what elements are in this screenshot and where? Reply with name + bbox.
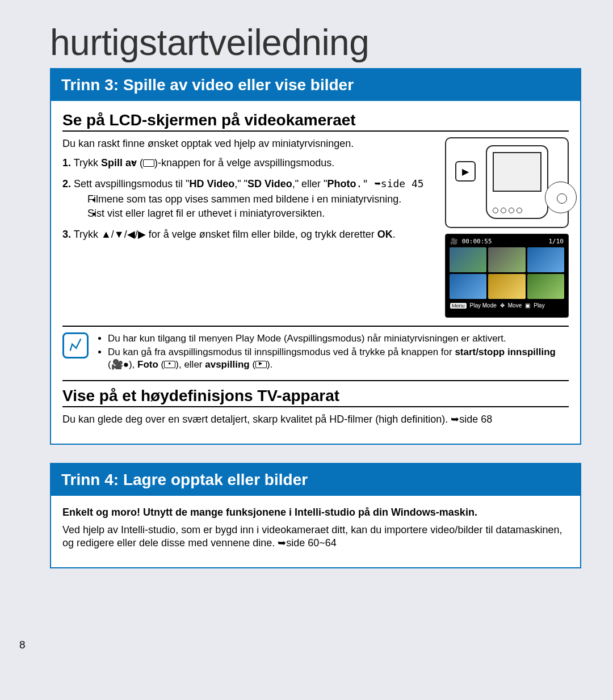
text: ( bbox=[158, 359, 164, 370]
text: ," " bbox=[234, 178, 247, 189]
camera-illustration: ▶ bbox=[445, 137, 569, 228]
thumbnail bbox=[488, 274, 525, 299]
text: Trykk ▲/▼/◀/▶ for å velge ønsket film el… bbox=[74, 229, 377, 240]
note-block: Du har kun tilgang til menyen Play Mode … bbox=[62, 332, 569, 372]
label: Play Mode bbox=[470, 302, 497, 309]
menu-tag: Menu bbox=[450, 303, 467, 309]
divider bbox=[62, 380, 569, 381]
step-3-subheading-lcd: Se på LCD-skjermen på videokameraet bbox=[62, 111, 569, 132]
note-item: Du kan gå fra avspillingsmodus til innsp… bbox=[108, 346, 569, 371]
text: ( bbox=[137, 157, 143, 168]
thumbnail bbox=[488, 247, 525, 272]
step-3-ordered-list: 1. Trykk Spill av ()-knappen for å velge… bbox=[62, 156, 435, 241]
thumb-index: 1/10 bbox=[549, 238, 564, 245]
camera-icon bbox=[164, 361, 175, 368]
step-3-header: Trinn 3: Spille av video eller vise bild… bbox=[51, 69, 580, 101]
step-3-subheading-tv: Vise på et høydefinisjons TV-apparat bbox=[62, 387, 569, 407]
text: ), eller bbox=[175, 359, 205, 370]
bullet: Sist vist eller lagret fil er uthevet i … bbox=[102, 207, 435, 220]
text-bold: Photo bbox=[327, 178, 356, 189]
text: Du kan gå fra avspillingsmodus til innsp… bbox=[108, 347, 455, 357]
step-4-card: Trinn 4: Lagre opptak eller bilder Enkel… bbox=[50, 463, 581, 568]
thumb-timestamp: 🎥 00:00:55 bbox=[450, 238, 492, 245]
text-bold: avspilling bbox=[205, 359, 249, 370]
bullet: Filmene som tas opp vises sammen med bil… bbox=[102, 193, 435, 206]
step-3-item-3: 3. Trykk ▲/▼/◀/▶ for å velge ønsket film… bbox=[62, 227, 435, 241]
page-number: 8 bbox=[19, 639, 26, 651]
text: ), bbox=[129, 359, 137, 370]
playback-icon bbox=[255, 361, 267, 368]
step-3-item-1: 1. Trykk Spill av ()-knappen for å velge… bbox=[62, 156, 435, 170]
label: Play bbox=[534, 302, 544, 309]
thumbnail bbox=[527, 247, 564, 272]
thumbnail bbox=[450, 274, 486, 299]
step-3-card: Trinn 3: Spille av video eller vise bild… bbox=[50, 68, 581, 445]
thumbnail bbox=[450, 247, 486, 272]
tv-text: Du kan glede deg over en svært detaljert… bbox=[62, 413, 569, 426]
divider bbox=[62, 326, 569, 327]
text-bold: HD Video bbox=[190, 178, 235, 189]
text-bold: OK bbox=[377, 229, 393, 240]
text: )-knappen for å velge avspillingsmodus. bbox=[154, 157, 334, 168]
text: Trykk bbox=[74, 157, 101, 168]
text: ( bbox=[108, 359, 111, 370]
note-icon bbox=[62, 332, 89, 359]
text: Sett avspillingsmodus til " bbox=[74, 178, 189, 189]
text: ," eller " bbox=[292, 178, 328, 189]
step-4-body: Ved hjelp av Intelli-studio, som er bygd… bbox=[62, 524, 569, 550]
step-3-intro: Du kan raskt finne ønsket opptak ved hje… bbox=[62, 137, 435, 150]
text-bold: Foto bbox=[137, 359, 158, 370]
label: Move bbox=[508, 302, 522, 309]
page-ref: ." ➥side 45 bbox=[356, 178, 423, 189]
page-title: hurtigstartveiledning bbox=[50, 22, 581, 64]
thumbnail bbox=[527, 274, 564, 299]
step-4-bold: Enkelt og moro! Utnytt de mange funksjon… bbox=[62, 507, 477, 518]
text-bold: SD Video bbox=[247, 178, 292, 189]
text: ). bbox=[267, 359, 272, 370]
text-bold: start/stopp innspilling bbox=[455, 347, 556, 357]
text: ( bbox=[250, 359, 255, 370]
thumbnail-screen: 🎥 00:00:55 1/10 Menu bbox=[445, 234, 569, 318]
text: . bbox=[393, 229, 396, 240]
playback-icon bbox=[143, 159, 154, 167]
play-badge-icon: ▶ bbox=[455, 161, 476, 182]
note-item: Du har kun tilgang til menyen Play Mode … bbox=[108, 332, 569, 345]
step-4-header: Trinn 4: Lagre opptak eller bilder bbox=[51, 464, 580, 496]
step-3-item-2: 2. Sett avspillingsmodus til "HD Video,"… bbox=[62, 177, 435, 221]
